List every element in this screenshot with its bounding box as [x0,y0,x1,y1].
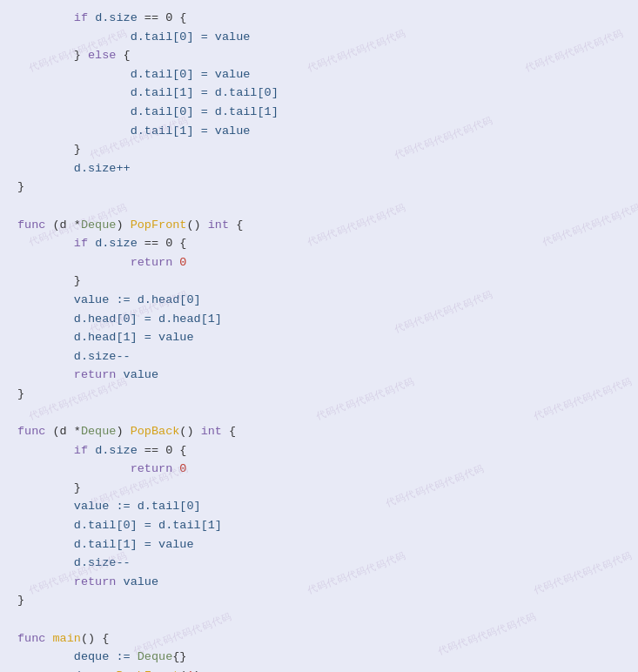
var-d-size: d.size [95,444,138,457]
var-d-size: d.size-- [74,350,131,363]
code-line: d.size-- [0,347,638,366]
keyword-if: if [74,444,88,457]
code-line-main: func main() { [0,629,638,648]
code-line: return value [0,573,638,592]
type-deque-init: Deque [138,650,173,663]
var-deque: deque := [74,650,138,663]
code-line-popfront: func (d *Deque) PopFront() int { [0,216,638,235]
var-d-tail: d.tail[1] = value [131,124,251,138]
keyword-if: if [74,11,88,24]
code-line: d.size-- [0,554,638,573]
code-line: deque := Deque{} [0,648,638,667]
var-d-tail: d.tail[0] = value [131,68,251,81]
num-zero: 0 [179,256,186,269]
code-line: if d.size == 0 { [0,234,638,253]
keyword-func: func [17,632,45,645]
code-line: d.tail[0] = value [0,28,638,47]
keyword-return: return [74,575,117,588]
code-line: d.tail[0] = d.tail[1] [0,103,638,122]
keyword-else: else [88,49,116,62]
var-value: value := d.head[0] [74,293,201,306]
code-line: d.tail[1] = d.tail[0] [0,84,638,103]
var-d-tail: d.tail[1] = d.tail[0] [131,86,279,99]
code-line: } [0,178,638,197]
var-d-tail: d.tail[0] = value [131,30,251,44]
code-line: } [0,591,638,610]
type-deque: Deque [81,425,117,438]
code-line: value := d.tail[0] [0,497,638,516]
code-line: return 0 [0,460,638,479]
code-line: return value [0,366,638,385]
code-line [0,403,638,422]
var-d-tail: d.tail[0] = d.tail[1] [131,105,279,118]
var-value: value := d.tail[0] [74,500,201,513]
code-line: if d.size == 0 { [0,9,638,28]
keyword-if: if [74,237,88,250]
var-d-size: d.size-- [74,556,131,569]
code-line-popback: func (d *Deque) PopBack() int { [0,422,638,441]
var-d-size: d.size++ [74,162,131,175]
func-name-popfront: PopFront [131,218,187,232]
num-zero: 0 [179,462,186,475]
var-d-tail: d.tail[0] = d.tail[1] [74,519,222,532]
code-line: d.tail[1] = value [0,122,638,141]
var-d-head: d.head[1] = value [74,331,194,344]
code-line: value := d.head[0] [0,291,638,310]
var-d-size: d.size [95,11,138,24]
var-d-head: d.head[0] = d.head[1] [74,312,222,326]
code-line: d.size++ [0,159,638,178]
keyword-int: int [201,425,222,438]
code-line: } [0,272,638,291]
keyword-return: return [74,368,117,381]
code-line: } [0,479,638,498]
code-line: if d.size == 0 { [0,441,638,460]
type-deque: Deque [81,218,117,232]
code-line: } [0,140,638,159]
code-line: d.tail[0] = value [0,65,638,84]
code-line: d.head[0] = d.head[1] [0,310,638,329]
var-d-tail: d.tail[1] = value [74,538,194,551]
code-line: d.tail[1] = value [0,535,638,554]
keyword-func: func [17,425,45,438]
code-line [0,610,638,629]
keyword-return: return [131,256,173,269]
func-name-popback: PopBack [131,425,180,438]
code-line: deque.PushFront(1) [0,667,638,672]
code-line: d.head[1] = value [0,328,638,347]
code-container: if d.size == 0 { d.tail[0] = value } els… [0,0,638,672]
var-value: value [124,368,159,381]
code-line [0,197,638,216]
var-value: value [124,575,159,588]
var-d-size: d.size [95,237,138,250]
code-line: } [0,385,638,404]
keyword-return: return [131,462,173,475]
code-line: } else { [0,46,638,65]
keyword-int: int [208,218,229,232]
func-name-main: main [53,632,81,645]
keyword-func: func [17,218,45,232]
code-line: d.tail[0] = d.tail[1] [0,516,638,535]
code-line: return 0 [0,253,638,272]
